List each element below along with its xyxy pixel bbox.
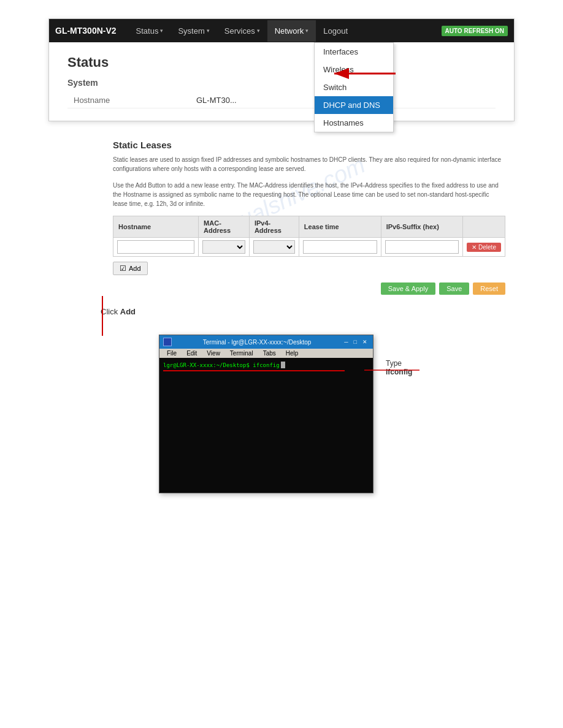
router-ui: GL-MT300N-V2 Status ▾ System ▾ Services … bbox=[48, 18, 515, 121]
arrow-annotation bbox=[328, 64, 402, 83]
terminal-cursor bbox=[281, 362, 285, 368]
add-btn-row: ☑ Add bbox=[113, 262, 505, 275]
action-buttons: Save & Apply Save Reset bbox=[113, 282, 505, 295]
lease-time-cell: infinite bbox=[299, 238, 381, 257]
table-header-row: Hostname MAC-Address IPv4-Address Lease … bbox=[113, 216, 505, 238]
close-button[interactable]: ✕ bbox=[361, 339, 369, 345]
dropdown-interfaces[interactable]: Interfaces bbox=[315, 43, 393, 61]
static-leases-desc2: Use the Add Button to add a new lease en… bbox=[113, 181, 505, 208]
static-leases-table: Hostname MAC-Address IPv4-Address Lease … bbox=[113, 216, 505, 257]
network-arrow-icon: ▾ bbox=[305, 28, 308, 34]
static-leases-section: Static Leases Static leases are used to … bbox=[113, 140, 505, 295]
delete-button[interactable]: ✕ Delete bbox=[467, 243, 501, 252]
red-line-annotation bbox=[102, 296, 103, 336]
save-button[interactable]: Save bbox=[439, 282, 469, 295]
auto-refresh-badge: AUTO REFRESH ON bbox=[442, 26, 508, 36]
ipv6-cell bbox=[381, 238, 463, 257]
network-dropdown: Interfaces Wireless Switch DHCP and DNS … bbox=[314, 42, 394, 132]
static-leases-title: Static Leases bbox=[113, 140, 505, 150]
hostname-input[interactable] bbox=[117, 240, 194, 254]
terminal-prompt: lgr@LGR-XX-xxxx:~/Desktop$ ifconfig bbox=[162, 360, 370, 370]
nav-network[interactable]: Network ▾ bbox=[267, 20, 316, 42]
middle-section: manualshive.com Static Leases Static lea… bbox=[52, 140, 511, 316]
menu-help[interactable]: Help bbox=[281, 349, 304, 357]
terminal-section: Terminal - lgr@LGR-XX-xxxx:~/Desktop ─ □… bbox=[85, 335, 478, 493]
lease-row: infinite ✕ Delete bbox=[113, 238, 505, 257]
terminal-title: Terminal - lgr@LGR-XX-xxxx:~/Desktop bbox=[174, 339, 340, 346]
save-apply-button[interactable]: Save & Apply bbox=[381, 282, 435, 295]
menu-file[interactable]: File bbox=[162, 349, 182, 357]
col-actions bbox=[463, 216, 505, 238]
router-navbar: GL-MT300N-V2 Status ▾ System ▾ Services … bbox=[49, 19, 514, 42]
router-brand: GL-MT300N-V2 bbox=[55, 26, 117, 36]
terminal-controls: ─ □ ✕ bbox=[342, 339, 369, 345]
nav-services[interactable]: Services ▾ bbox=[217, 20, 267, 42]
ipv4-input-cell bbox=[249, 238, 299, 257]
nav-status[interactable]: Status ▾ bbox=[129, 20, 171, 42]
maximize-button[interactable]: □ bbox=[352, 339, 359, 345]
system-section-title: System bbox=[67, 78, 496, 88]
terminal-menubar: File Edit View Terminal Tabs Help bbox=[159, 349, 373, 358]
terminal-body: lgr@LGR-XX-xxxx:~/Desktop$ ifconfig bbox=[159, 358, 373, 493]
menu-view[interactable]: View bbox=[202, 349, 225, 357]
ipv4-select[interactable] bbox=[253, 240, 295, 254]
click-add-annotation: Click Add bbox=[101, 307, 511, 316]
dropdown-hostnames[interactable]: Hostnames bbox=[315, 114, 393, 132]
menu-tabs[interactable]: Tabs bbox=[258, 349, 281, 357]
terminal-line-annotation bbox=[364, 364, 426, 376]
ipv6-input[interactable] bbox=[385, 240, 459, 254]
status-heading: Status bbox=[67, 55, 496, 70]
col-lease: Lease time bbox=[299, 216, 381, 238]
col-mac: MAC-Address bbox=[199, 216, 250, 238]
terminal-window: Terminal - lgr@LGR-XX-xxxx:~/Desktop ─ □… bbox=[159, 335, 373, 493]
nav-items: Status ▾ System ▾ Services ▾ Network ▾ L… bbox=[129, 20, 356, 42]
static-leases-desc1: Static leases are used to assign fixed I… bbox=[113, 155, 505, 173]
add-check-icon: ☑ bbox=[120, 264, 126, 273]
terminal-icon bbox=[163, 338, 172, 346]
system-arrow-icon: ▾ bbox=[207, 28, 210, 34]
info-table: Hostname GL-MT30... bbox=[67, 93, 496, 108]
mac-input-cell bbox=[199, 238, 250, 257]
minimize-button[interactable]: ─ bbox=[342, 339, 350, 345]
nav-system[interactable]: System ▾ bbox=[170, 20, 216, 42]
services-arrow-icon: ▾ bbox=[257, 28, 260, 34]
mac-select[interactable] bbox=[202, 240, 245, 254]
delete-cell: ✕ Delete bbox=[463, 238, 505, 257]
terminal-titlebar: Terminal - lgr@LGR-XX-xxxx:~/Desktop ─ □… bbox=[159, 335, 373, 349]
table-row: Hostname GL-MT30... bbox=[67, 93, 496, 108]
menu-terminal[interactable]: Terminal bbox=[225, 349, 258, 357]
hostname-input-cell bbox=[113, 238, 199, 257]
router-content: Status System Hostname GL-MT30... bbox=[49, 42, 514, 121]
col-hostname: Hostname bbox=[113, 216, 199, 238]
dropdown-dhcp-dns[interactable]: DHCP and DNS bbox=[315, 96, 393, 114]
lease-time-input[interactable]: infinite bbox=[303, 240, 377, 254]
reset-button[interactable]: Reset bbox=[473, 282, 505, 295]
nav-logout[interactable]: Logout bbox=[316, 20, 355, 42]
col-ipv4: IPv4-Address bbox=[249, 216, 299, 238]
col-ipv6: IPv6-Suffix (hex) bbox=[381, 216, 463, 238]
prompt-underline bbox=[163, 370, 345, 371]
status-arrow-icon: ▾ bbox=[160, 28, 163, 34]
menu-edit[interactable]: Edit bbox=[182, 349, 202, 357]
add-button[interactable]: ☑ Add bbox=[113, 262, 148, 275]
hostname-label: Hostname bbox=[67, 93, 190, 108]
